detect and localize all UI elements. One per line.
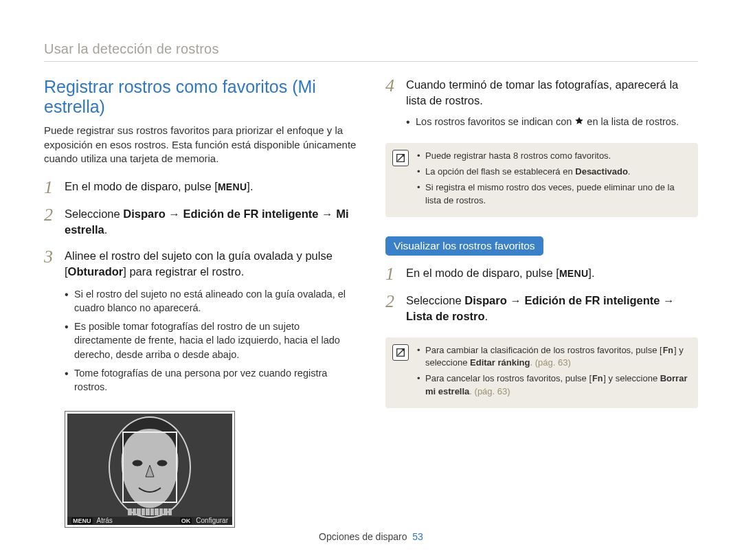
note-icon [392, 344, 409, 361]
step-1: 1 En el modo de disparo, pulse [MENU]. [44, 179, 357, 197]
text: ] para registrar el rostro. [123, 265, 244, 278]
menu-path-item: Edición de FR inteligente [524, 294, 660, 306]
text-line: [Obturador] para registrar el rostro. [65, 264, 357, 280]
left-column: Registrar rostros como favoritos (Mi est… [44, 77, 357, 528]
page-number: 53 [412, 531, 423, 542]
step-4-notes: Los rostros favoritos se indican con en … [406, 115, 698, 130]
bold-text: Desactivado [575, 166, 628, 177]
step-number: 2 [44, 206, 58, 224]
list-item: La opción del flash se establecerá en De… [417, 166, 688, 179]
step-text: En el modo de disparo, pulse [MENU]. [406, 265, 698, 281]
text: Los rostros favoritos se indican con [416, 116, 574, 127]
text: . [104, 223, 108, 236]
intro-paragraph: Puede registrar sus rostros favoritos pa… [44, 124, 357, 166]
page-ref: . (pág. 63) [469, 386, 510, 396]
list-item: Para cancelar los rostros favoritos, pul… [417, 372, 688, 399]
arrow: → [319, 208, 337, 220]
text-line: Alinee el rostro del sujeto con la guía … [65, 248, 357, 264]
divider [44, 61, 698, 62]
text: La opción del flash se establecerá en [425, 166, 575, 177]
list-item: Es posible tomar fotografías del rostro … [65, 320, 357, 362]
step-number: 3 [44, 248, 58, 266]
list-item: Tome fotografías de una persona por vez … [65, 366, 357, 394]
arrow: → [660, 294, 675, 306]
menu-path-item: Edición de FR inteligente [183, 208, 318, 220]
camera-canvas [67, 414, 232, 517]
note-list: Puede registrar hasta 8 rostros como fav… [417, 150, 688, 210]
step-3-notes: Si el rostro del sujeto no está alineado… [65, 287, 357, 394]
text: . [485, 310, 488, 322]
text: ] y seleccione [603, 373, 660, 383]
view-step-2: 2 Seleccione Disparo → Edición de FR int… [385, 293, 698, 325]
step-4: 4 Cuando terminó de tomar las fotografía… [385, 77, 698, 133]
menu-button-label: MENU [218, 181, 247, 192]
step-text: Alinee el rostro del sujeto con la guía … [65, 248, 357, 399]
view-step-1: 1 En el modo de disparo, pulse [MENU]. [385, 265, 698, 283]
rect-guide [122, 432, 177, 503]
note-icon [392, 150, 409, 166]
arrow: → [166, 208, 183, 220]
step-number: 1 [385, 265, 399, 283]
text: Seleccione [65, 208, 123, 220]
shutter-label: Obturador [68, 265, 124, 278]
note-list: Para cambiar la clasificación de los ros… [417, 344, 688, 401]
note-box: Para cambiar la clasificación de los ros… [385, 337, 698, 408]
section-heading: Registrar rostros como favoritos (Mi est… [44, 77, 357, 117]
ok-icon: OK [180, 517, 192, 524]
menu-icon: MENU [71, 517, 93, 524]
set-label: Configurar [196, 517, 228, 524]
back-label: Atrás [97, 517, 113, 524]
bold-text: Editar ránking [470, 357, 530, 368]
page-footer: Opciones de disparo 53 [0, 531, 742, 542]
page-ref: . (pág. 63) [530, 357, 570, 368]
manual-page: Usar la detección de rostros Registrar r… [0, 0, 742, 560]
text: ]. [247, 180, 253, 192]
step-text: Seleccione Disparo → Edición de FR intel… [406, 293, 698, 325]
step-text: En el modo de disparo, pulse [MENU]. [65, 179, 357, 194]
menu-path-item: Lista de rostro [406, 310, 485, 322]
two-column-layout: Registrar rostros como favoritos (Mi est… [44, 77, 698, 528]
step-2: 2 Seleccione Disparo → Edición de FR int… [44, 206, 357, 238]
fn-button-label: Fn [592, 373, 603, 384]
list-item: Puede registrar hasta 8 rostros como fav… [417, 150, 688, 163]
camera-frame: MENU Atrás OK Configurar [65, 411, 235, 528]
list-item: Para cambiar la clasificación de los ros… [417, 344, 688, 370]
text: Cuando terminó de tomar las fotografías,… [406, 77, 698, 109]
camera-preview-figure: MENU Atrás OK Configurar [65, 411, 357, 528]
text: Para cambiar la clasificación de los ros… [425, 345, 662, 355]
step-number: 1 [44, 179, 58, 197]
text: ]. [588, 267, 594, 279]
breadcrumb: Usar la detección de rostros [44, 41, 698, 57]
step-3: 3 Alinee el rostro del sujeto con la guí… [44, 248, 357, 399]
menu-path-item: Disparo [464, 294, 506, 306]
step-number: 2 [385, 293, 399, 311]
text: en la lista de rostros. [587, 116, 679, 127]
text: Seleccione [406, 294, 464, 306]
step-text: Cuando terminó de tomar las fotografías,… [406, 77, 698, 133]
text: . [628, 166, 631, 177]
list-item: Si registra el mismo rostro dos veces, p… [417, 181, 688, 208]
text: Para cancelar los rostros favoritos, pul… [425, 373, 592, 383]
list-item: Los rostros favoritos se indican con en … [406, 115, 698, 130]
menu-button-label: MENU [559, 268, 588, 279]
right-column: 4 Cuando terminó de tomar las fotografía… [385, 77, 698, 528]
footer-section: Opciones de disparo [319, 531, 407, 542]
note-box: Puede registrar hasta 8 rostros como fav… [385, 143, 698, 216]
list-item: Si el rostro del sujeto no está alineado… [65, 287, 357, 315]
arrow: → [507, 294, 525, 306]
menu-path-item: Disparo [123, 208, 165, 220]
star-icon [574, 115, 584, 130]
camera-screen: MENU Atrás OK Configurar [67, 414, 232, 525]
subsection-pill: Visualizar los rostros favoritos [385, 236, 543, 256]
text: En el modo de disparo, pulse [ [406, 267, 559, 279]
text: En el modo de disparo, pulse [ [65, 180, 218, 192]
fn-button-label: Fn [662, 345, 674, 356]
progress-bar [128, 508, 172, 515]
step-number: 4 [385, 77, 399, 95]
step-text: Seleccione Disparo → Edición de FR intel… [65, 206, 357, 238]
